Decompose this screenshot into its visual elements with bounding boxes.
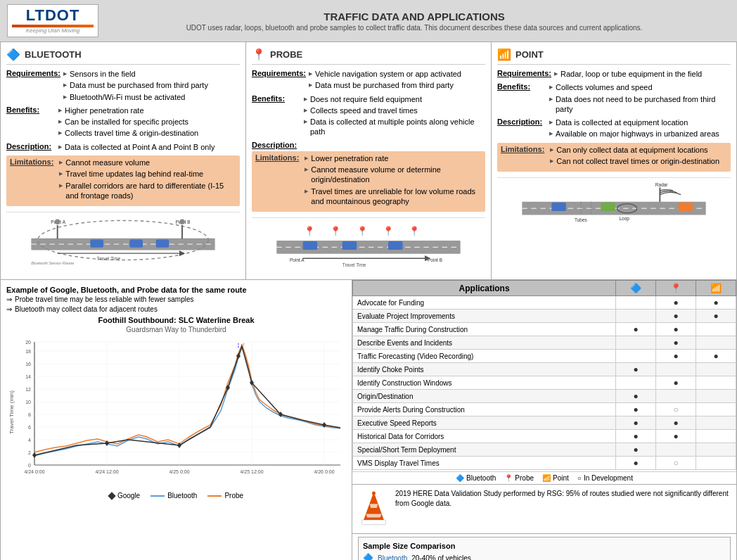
legend-bt: 🔷 Bluetooth	[456, 474, 496, 482]
desc-list: Data is collected at equipment location …	[549, 117, 719, 141]
lim-label: Limitations:	[10, 158, 53, 202]
svg-marker-87	[370, 504, 378, 508]
logo-box: LTDOT Keeping Utah Moving	[7, 4, 98, 37]
point-app-cell	[696, 376, 736, 390]
ben-label: Benefits:	[6, 106, 56, 140]
open-dot: ○	[673, 405, 678, 414]
point-limitations: Limitations: Can only collect data at eq…	[497, 143, 731, 172]
probe-app-cell: ●	[656, 430, 696, 443]
svg-text:18: 18	[25, 349, 31, 354]
point-app-cell	[696, 390, 736, 403]
svg-marker-75	[32, 452, 37, 458]
legend-point: 📶 Point	[542, 474, 569, 482]
bluetooth-diagram: Point A Point B Travel Time	[6, 212, 240, 268]
svg-text:4: 4	[28, 438, 31, 443]
probe-app-cell: ●	[656, 310, 696, 323]
svg-text:📍: 📍	[330, 225, 342, 237]
bluetooth-line-icon	[150, 495, 165, 497]
lim-item: Travel times are unreliable for low volu…	[305, 186, 482, 207]
ben-item: Does not require field equipment	[304, 94, 485, 104]
svg-rect-24	[388, 241, 403, 250]
svg-rect-0	[31, 238, 214, 250]
app-name-cell: Special/Short Term Deployment	[353, 443, 616, 457]
bluetooth-description: Description: Data is collected at Point …	[6, 142, 240, 153]
legend-google-label: Google	[117, 492, 140, 499]
lim-list: Lower penetration rate Cannot measure vo…	[305, 153, 482, 208]
desc-item: Data is collected at Point A and Point B…	[58, 142, 214, 152]
probe-legend-icon: 📍	[504, 474, 513, 482]
logo-text: LTDOT	[26, 8, 80, 23]
table-row: Describe Events and Incidents●	[353, 336, 736, 350]
sample-bt-row: 🔷 Bluetooth 20-40% of vehicles	[363, 553, 726, 560]
ben-label: Benefits:	[252, 94, 301, 139]
table-row: Origin/Destination●	[353, 390, 736, 403]
bt-app-cell	[616, 336, 656, 350]
point-title: POINT	[515, 49, 544, 60]
svg-text:4/24 12:00: 4/24 12:00	[95, 469, 118, 474]
svg-text:14: 14	[25, 374, 31, 379]
bt-app-cell: ●	[616, 323, 656, 336]
probe-app-cell: ○	[656, 457, 696, 470]
svg-text:4/25 12:00: 4/25 12:00	[240, 469, 263, 474]
ben-item: Data is collected at multiple points alo…	[304, 117, 485, 137]
svg-marker-88	[366, 514, 382, 518]
req-item: Sensors in the field	[63, 69, 208, 79]
filled-dot: ●	[673, 351, 678, 361]
svg-rect-39	[601, 203, 615, 211]
svg-point-8	[179, 219, 184, 224]
filled-dot: ●	[634, 418, 639, 428]
svg-rect-38	[551, 203, 566, 211]
req-item: Bluetooth/Wi-Fi must be activated	[63, 92, 208, 102]
table-row: Evaluate Project Improvements●●	[353, 310, 736, 323]
point-app-cell	[696, 403, 736, 416]
table-row: Identify Construction Windows●	[353, 376, 736, 390]
lim-item: Can only collect data at equipment locat…	[550, 145, 719, 155]
probe-app-cell: ○	[656, 403, 696, 416]
bt-app-cell	[616, 310, 656, 323]
point-app-cell	[696, 430, 736, 443]
svg-text:📍: 📍	[409, 225, 421, 237]
svg-point-5	[55, 219, 60, 224]
chart-subtitle: Guardsman Way to Thunderbird	[6, 326, 346, 333]
filled-dot: ●	[673, 338, 678, 348]
filled-dot: ●	[634, 431, 639, 441]
probe-legend-label: Probe	[515, 474, 534, 482]
app-name-cell: Identify Construction Windows	[353, 376, 616, 390]
svg-text:Travel Time (min): Travel Time (min)	[8, 390, 15, 434]
svg-text:📍: 📍	[357, 225, 368, 237]
bottom-note-1: Probe travel time may be less reliable w…	[6, 295, 346, 303]
ben-item: Collects volumes and speed	[549, 82, 731, 92]
svg-text:10: 10	[25, 400, 31, 405]
point-requirements: Requirements: Radar, loop or tube equipm…	[497, 69, 731, 80]
svg-text:4/25 0:00: 4/25 0:00	[169, 469, 189, 474]
desc-label: Description:	[252, 141, 301, 149]
req-item: Data must be purchased from third party	[309, 80, 461, 90]
ben-item: Higher penetration rate	[58, 106, 198, 115]
lim-row: Limitations: Cannot measure volume Trave…	[10, 158, 236, 202]
apps-col-header: Applications	[353, 281, 616, 296]
filled-dot: ●	[713, 311, 718, 321]
probe-line-icon	[207, 495, 222, 497]
bt-app-cell	[616, 376, 656, 390]
svg-text:Bluetooth Sensor Range: Bluetooth Sensor Range	[31, 261, 74, 265]
table-row: Manage Traffic During Construction●●	[353, 323, 736, 336]
cone-image	[358, 489, 390, 529]
filled-dot: ●	[634, 324, 639, 334]
table-row: Traffic Forecasting (Video Recording)●●	[353, 350, 736, 363]
app-name-cell: Origin/Destination	[353, 390, 616, 403]
bluetooth-panel: 🔷 BLUETOOTH Requirements: Sensors in the…	[1, 42, 246, 279]
point-app-cell	[696, 416, 736, 430]
chart-legend: Google Bluetooth Probe	[6, 492, 346, 499]
header-subtitle: UDOT uses radar, loops, bluetooth and pr…	[98, 24, 730, 32]
bt-sample-icon: 🔷	[363, 553, 373, 560]
desc-list: Data is collected at Point A and Point B…	[58, 142, 214, 153]
bottom-note-2: Bluetooth may collect data for adjacent …	[6, 305, 346, 313]
lim-item: Lower penetration rate	[305, 153, 482, 163]
bt-app-cell: ●	[616, 416, 656, 430]
probe-requirements: Requirements: Vehicle navigation system …	[252, 69, 485, 92]
chart-section-title: Example of Google, Bluetooth, and Probe …	[6, 286, 346, 294]
svg-text:20: 20	[25, 340, 31, 345]
bluetooth-road-svg: Point A Point B Travel Time	[6, 215, 240, 265]
point-app-cell	[696, 323, 736, 336]
table-row: Provide Alerts During Construction●○	[353, 403, 736, 416]
